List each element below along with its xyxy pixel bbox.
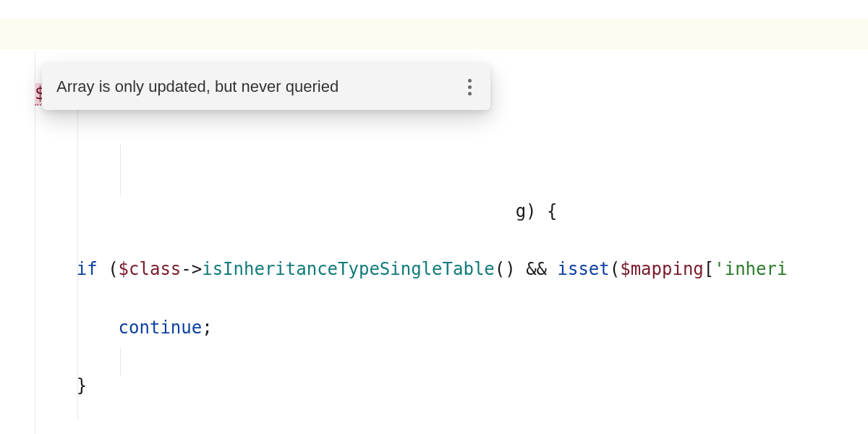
more-actions-icon[interactable] (462, 73, 477, 101)
code-line: } (35, 371, 868, 400)
code-line: continue; (35, 313, 868, 342)
code-line: g) { (35, 197, 868, 226)
current-line-highlight (0, 19, 868, 49)
inspection-tooltip: Array is only updated, but never queried (42, 64, 490, 110)
code-line (35, 137, 868, 167)
inspection-message: Array is only updated, but never queried (56, 74, 339, 101)
code-line: if ($class->isInheritanceTypeSingleTable… (35, 255, 868, 284)
